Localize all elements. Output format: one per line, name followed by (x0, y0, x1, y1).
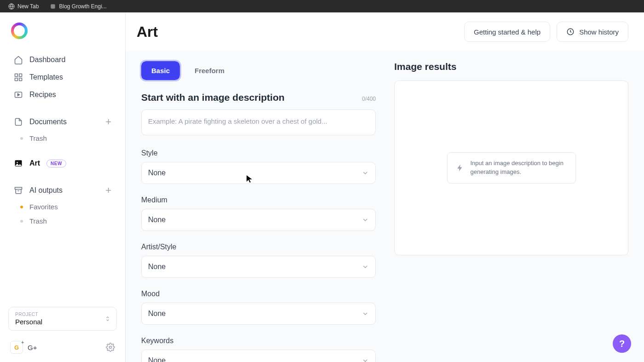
archive-icon (14, 186, 23, 195)
sidebar-sub-label: Favorites (29, 203, 58, 211)
chevron-down-icon (362, 216, 369, 224)
sidebar-item-documents[interactable]: Documents + (7, 113, 118, 131)
chevron-down-icon (362, 310, 369, 317)
play-icon (14, 90, 23, 99)
sidebar-item-label: Recipes (29, 91, 56, 99)
page-title: Art (137, 23, 158, 40)
artist-label: Artist/Style (141, 243, 376, 251)
sidebar-item-recipes[interactable]: Recipes (7, 86, 118, 103)
keywords-select[interactable]: None (141, 350, 376, 362)
browser-tab-label: New Tab (17, 3, 39, 10)
svg-rect-2 (15, 74, 18, 77)
main: Art Getting started & help Show history … (126, 12, 644, 362)
sidebar-item-label: Documents (29, 118, 67, 126)
new-badge: NEW (46, 160, 66, 167)
sidebar-sub-label: Trash (29, 134, 47, 142)
image-icon (14, 159, 23, 168)
browser-tab-bar: New Tab Blog Growth Engi... (0, 0, 644, 12)
grid-icon (14, 73, 23, 82)
results-placeholder: Input an image description to begin gene… (394, 80, 628, 255)
results-column: Image results Input an image description… (394, 61, 628, 362)
project-selector[interactable]: PROJECT Personal (8, 307, 117, 331)
svg-point-10 (109, 346, 112, 349)
empty-state-card: Input an image description to begin gene… (447, 152, 576, 184)
project-value: Personal (15, 318, 110, 326)
browser-tab-label: Blog Growth Engi... (59, 3, 106, 10)
browser-tab-newtab[interactable]: New Tab (4, 1, 43, 11)
chevron-down-icon (362, 263, 369, 270)
svg-rect-3 (19, 74, 22, 77)
form-column: Basic Freeform Start with an image descr… (141, 61, 376, 362)
tab-freeform[interactable]: Freeform (184, 61, 235, 80)
artist-select[interactable]: None (141, 256, 376, 278)
document-icon (14, 117, 23, 126)
help-button[interactable]: Getting started & help (464, 22, 550, 42)
mood-select[interactable]: None (141, 303, 376, 325)
avatar[interactable]: G + (10, 341, 23, 354)
plus-icon[interactable]: + (105, 185, 111, 195)
user-name: G+ (28, 344, 37, 351)
chevron-down-icon (362, 357, 369, 362)
sidebar-item-dashboard[interactable]: Dashboard (7, 51, 118, 69)
svg-rect-4 (15, 78, 18, 81)
mood-label: Mood (141, 290, 376, 298)
bolt-icon (456, 164, 464, 172)
project-label: PROJECT (15, 312, 110, 317)
sidebar-sub-favorites[interactable]: Favorites (7, 200, 118, 214)
sidebar: Dashboard Templates Recipes Documents (0, 12, 126, 362)
svg-point-8 (17, 162, 18, 163)
help-fab[interactable]: ? (613, 334, 631, 353)
clock-icon (566, 28, 575, 36)
tab-basic[interactable]: Basic (141, 61, 180, 80)
results-heading: Image results (394, 61, 628, 72)
keywords-label: Keywords (141, 337, 376, 345)
sidebar-sub-label: Trash (29, 217, 47, 225)
globe-icon (8, 3, 15, 10)
gear-icon[interactable] (106, 343, 115, 352)
sidebar-sub-trash-outputs[interactable]: Trash (7, 214, 118, 228)
chevron-updown-icon (104, 315, 111, 323)
show-history-button[interactable]: Show history (557, 22, 628, 42)
sidebar-item-ai-outputs[interactable]: AI outputs + (7, 181, 118, 200)
app-logo[interactable] (11, 23, 28, 39)
plus-icon[interactable]: + (105, 117, 111, 127)
dot-icon (20, 220, 23, 223)
svg-rect-9 (15, 187, 22, 189)
style-select[interactable]: None (141, 162, 376, 184)
browser-tab-blog[interactable]: Blog Growth Engi... (45, 1, 111, 11)
sidebar-item-label: Dashboard (29, 56, 65, 64)
sidebar-item-label: Templates (29, 73, 63, 81)
description-input[interactable] (141, 109, 376, 135)
medium-select[interactable]: None (141, 209, 376, 231)
user-row: G + G+ (8, 338, 117, 356)
medium-label: Medium (141, 196, 376, 204)
mode-tabs: Basic Freeform (141, 61, 376, 80)
svg-rect-5 (19, 78, 22, 81)
dot-icon (20, 206, 23, 208)
sidebar-item-art[interactable]: Art NEW (7, 155, 118, 172)
chevron-down-icon (362, 169, 369, 177)
home-icon (14, 55, 23, 64)
style-label: Style (141, 149, 376, 157)
app-favicon-icon (50, 3, 56, 10)
sidebar-item-templates[interactable]: Templates (7, 69, 118, 86)
char-counter: 0/400 (362, 96, 376, 102)
plus-icon: + (21, 340, 24, 345)
dot-icon (20, 137, 23, 140)
svg-rect-1 (51, 4, 55, 8)
empty-state-message: Input an image description to begin gene… (471, 159, 567, 177)
header: Art Getting started & help Show history (126, 12, 644, 51)
sidebar-item-label: AI outputs (29, 186, 63, 195)
description-heading: Start with an image description (141, 92, 285, 103)
sidebar-sub-trash-docs[interactable]: Trash (7, 131, 118, 145)
sidebar-item-label: Art (29, 159, 40, 167)
